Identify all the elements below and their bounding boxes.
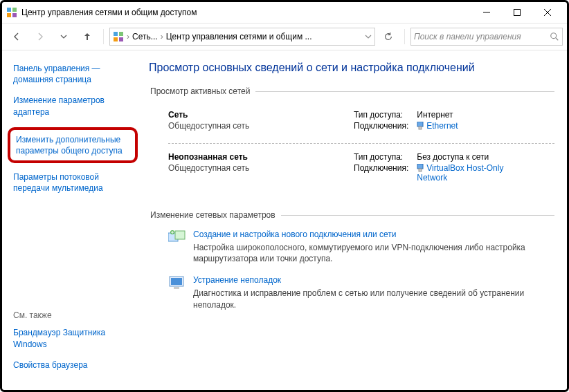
breadcrumb-item[interactable]: Центр управления сетями и общим ... (166, 32, 362, 41)
svg-point-12 (551, 33, 557, 39)
sidebar: Панель управления — домашняя страница Из… (2, 52, 139, 390)
svg-rect-11 (119, 37, 123, 41)
network-type: Общедоступная сеть (168, 121, 354, 131)
task-new-connection: Создание и настройка нового подключения … (168, 230, 554, 264)
network-row: Неопознанная сеть Общедоступная сеть Тип… (149, 148, 554, 191)
navigation-bar: › Сеть... › Центр управления сетями и об… (2, 24, 567, 50)
page-heading: Просмотр основных сведений о сети и наст… (149, 62, 554, 74)
connection-link[interactable]: Ethernet (426, 121, 458, 131)
svg-rect-22 (171, 278, 182, 285)
svg-rect-16 (417, 164, 423, 169)
connections-label: Подключения: (354, 163, 408, 173)
recent-dropdown[interactable] (53, 27, 74, 46)
sidebar-streaming-link[interactable]: Параметры потоковой передачи мультимедиа (13, 171, 132, 194)
access-value: Без доступа к сети (417, 152, 503, 162)
task-title-link[interactable]: Создание и настройка нового подключения … (193, 230, 554, 239)
search-placeholder: Поиск в панели управления (414, 32, 545, 41)
up-button[interactable] (77, 27, 98, 46)
maximize-button[interactable] (502, 3, 532, 22)
sidebar-home-link[interactable]: Панель управления — домашняя страница (13, 63, 132, 85)
main-content: Просмотр основных сведений о сети и наст… (139, 52, 567, 390)
active-networks-group: Просмотр активных сетей Сеть Общедоступн… (149, 86, 554, 196)
network-name: Неопознанная сеть (168, 152, 354, 162)
chevron-down-icon[interactable] (365, 33, 372, 40)
see-also-section: См. также Брандмауэр Защитника Windows С… (13, 310, 138, 380)
network-type: Общедоступная сеть (168, 163, 354, 173)
see-also-header: См. также (13, 310, 138, 320)
task-title-link[interactable]: Устранение неполадок (193, 275, 554, 285)
connections-label: Подключения: (354, 121, 408, 131)
divider (168, 143, 554, 144)
window-title: Центр управления сетями и общим доступом (21, 8, 471, 17)
search-input[interactable]: Поиск в панели управления (410, 28, 563, 46)
svg-rect-5 (514, 10, 521, 16)
new-connection-icon (168, 230, 186, 245)
change-settings-group: Изменение сетевых параметров Создание и … (149, 210, 554, 327)
separator (103, 29, 104, 44)
svg-rect-10 (114, 37, 118, 41)
chevron-icon: › (127, 32, 129, 41)
ethernet-icon (417, 164, 424, 172)
svg-line-13 (556, 38, 559, 41)
task-description: Диагностика и исправление проблем с сеть… (193, 288, 554, 310)
network-name: Сеть (168, 110, 354, 120)
sidebar-advanced-sharing-link[interactable]: Изменить дополнительные параметры общего… (16, 134, 129, 156)
connection-link[interactable]: VirtualBox Host-OnlyNetwork (417, 163, 503, 183)
svg-rect-17 (419, 169, 422, 171)
troubleshoot-icon (168, 275, 186, 290)
close-button[interactable] (532, 3, 563, 22)
svg-rect-2 (7, 13, 11, 17)
svg-rect-19 (175, 231, 185, 239)
access-label: Тип доступа: (354, 110, 408, 120)
change-settings-legend: Изменение сетевых параметров (149, 210, 281, 220)
svg-rect-0 (7, 8, 11, 12)
svg-rect-23 (174, 287, 179, 289)
annotation-highlight: Изменить дополнительные параметры общего… (8, 127, 138, 163)
sidebar-adapter-link[interactable]: Изменение параметров адаптера (13, 95, 132, 117)
svg-rect-9 (119, 32, 123, 36)
svg-rect-15 (419, 127, 422, 129)
svg-rect-14 (417, 122, 423, 127)
see-also-firewall-link[interactable]: Брандмауэр Защитника Windows (13, 327, 138, 349)
ethernet-icon (417, 122, 424, 130)
forward-button[interactable] (30, 27, 51, 46)
task-troubleshoot: Устранение неполадок Диагностика и испра… (168, 275, 554, 310)
network-center-icon (6, 7, 17, 18)
access-value: Интернет (417, 110, 458, 120)
breadcrumb-item[interactable]: Сеть... (132, 32, 158, 41)
refresh-button[interactable] (378, 27, 399, 46)
network-icon (113, 31, 124, 42)
svg-rect-3 (12, 13, 17, 17)
svg-rect-1 (12, 8, 17, 12)
see-also-browser-link[interactable]: Свойства браузера (13, 360, 138, 371)
titlebar: Центр управления сетями и общим доступом (2, 2, 567, 24)
active-networks-legend: Просмотр активных сетей (149, 86, 255, 96)
task-description: Настройка широкополосного, коммутируемог… (193, 242, 554, 264)
access-label: Тип доступа: (354, 152, 408, 162)
address-bar[interactable]: › Сеть... › Центр управления сетями и об… (109, 28, 375, 46)
minimize-button[interactable] (471, 3, 502, 22)
back-button[interactable] (6, 27, 27, 46)
network-row: Сеть Общедоступная сеть Тип доступа: Под… (149, 106, 554, 139)
svg-rect-8 (114, 32, 118, 36)
search-icon (550, 32, 559, 41)
chevron-icon: › (161, 32, 163, 41)
separator (404, 29, 405, 44)
